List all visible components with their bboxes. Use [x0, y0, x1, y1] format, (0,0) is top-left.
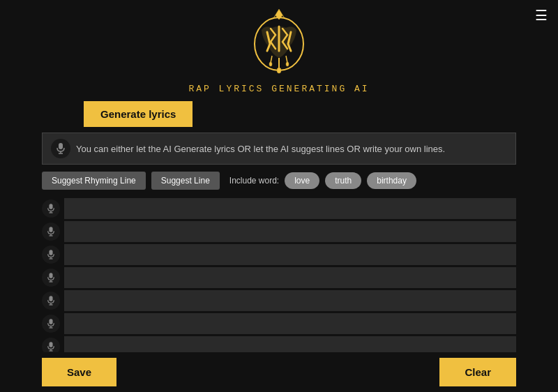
mic-icon-row-0: [42, 199, 60, 218]
mic-icon-row-4: [42, 292, 60, 310]
app-title: RAP LYRICS GENERATING AI: [188, 84, 369, 94]
svg-point-5: [269, 62, 272, 66]
lyric-input-2[interactable]: [64, 244, 516, 265]
svg-point-3: [277, 68, 281, 73]
lyric-row: [42, 267, 516, 288]
include-word-label: Include word:: [229, 176, 279, 186]
mic-icon-row-5: [42, 315, 60, 333]
mic-icon-info: [51, 139, 70, 158]
info-text: You can either let the AI Generate lyric…: [76, 144, 445, 154]
svg-line-6: [286, 56, 287, 63]
save-button[interactable]: Save: [42, 358, 116, 386]
hamburger-button[interactable]: ☰: [535, 7, 548, 24]
generate-lyrics-button[interactable]: Generate lyrics: [84, 101, 193, 127]
logo-svg: [241, 6, 317, 82]
svg-rect-8: [59, 143, 63, 149]
word-chip-love[interactable]: love: [285, 172, 319, 189]
suggest-rhyming-button[interactable]: Suggest Rhyming Line: [42, 172, 146, 190]
main-content: You can either let the AI Generate lyric…: [0, 133, 558, 380]
lyric-input-1[interactable]: [64, 221, 516, 242]
lyric-row: [42, 221, 516, 242]
mic-icon-row-3: [42, 269, 60, 287]
svg-rect-17: [49, 250, 52, 255]
suggest-line-button[interactable]: Suggest Line: [151, 172, 220, 190]
logo: [241, 6, 317, 82]
svg-rect-11: [49, 204, 52, 209]
svg-rect-23: [49, 296, 52, 301]
clear-button[interactable]: Clear: [439, 358, 516, 386]
svg-rect-26: [49, 319, 52, 324]
lyric-row: [42, 290, 516, 311]
lyric-input-0[interactable]: [64, 198, 516, 219]
svg-rect-14: [49, 227, 52, 232]
mic-icon-row-1: [42, 223, 60, 241]
mic-svg: [56, 143, 66, 154]
footer: Save Clear: [0, 352, 558, 392]
svg-rect-20: [49, 273, 52, 278]
header: ☰: [0, 0, 558, 101]
svg-line-4: [271, 56, 272, 63]
controls-bar: Suggest Rhyming Line Suggest Line Includ…: [42, 169, 516, 193]
info-bar: You can either let the AI Generate lyric…: [42, 133, 516, 165]
lyric-input-5[interactable]: [64, 313, 516, 334]
lyric-row: [42, 244, 516, 265]
mic-icon-row-2: [42, 246, 60, 264]
word-chip-truth[interactable]: truth: [325, 172, 361, 189]
lyric-row: [42, 198, 516, 219]
lyric-input-4[interactable]: [64, 290, 516, 311]
lyric-row: [42, 313, 516, 334]
lyric-input-3[interactable]: [64, 267, 516, 288]
svg-rect-29: [49, 342, 52, 347]
svg-point-7: [286, 62, 289, 66]
word-chip-birthday[interactable]: birthday: [367, 172, 416, 189]
